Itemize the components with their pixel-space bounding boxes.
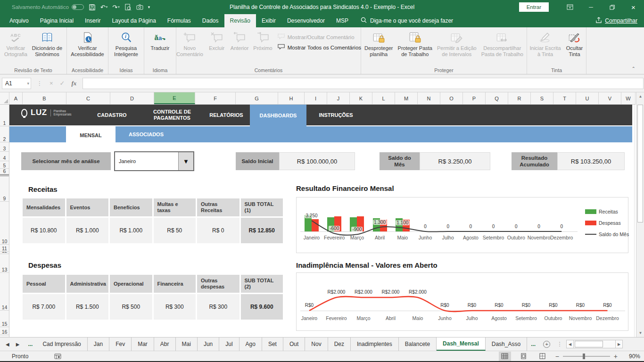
horizontal-scrollbar[interactable]: ◀▶ [566,339,623,349]
row-header-14[interactable]: 14 [0,273,9,311]
column-header-E[interactable]: E [154,92,195,104]
menu-tab-layout-da-página[interactable]: Layout da Página [106,14,161,27]
camera-icon[interactable] [136,4,143,10]
scroll-down-icon[interactable]: ▼ [636,329,644,337]
menu-tab-página-inicial[interactable]: Página Inicial [34,14,79,27]
sheet-tab-nov[interactable]: Nov [305,337,328,351]
share-button[interactable]: Compartilhar [595,17,637,25]
horizontal-scrollbar-thumb[interactable] [575,341,603,347]
customize-quick-access-icon[interactable]: ▾ [148,5,150,9]
hscroll-track[interactable] [574,340,615,348]
row-header-16[interactable]: 16 [0,327,9,335]
cancel-formula-icon[interactable]: × [46,80,57,87]
sheet-tab-dash_mensal[interactable]: Dash_Mensal [437,337,486,351]
sheet-scroll-left-icon[interactable]: ◀ [6,342,9,347]
subnav-tab-associados[interactable]: ASSOCIADOS [120,126,172,142]
row-header-13[interactable]: 13 [0,254,9,273]
collapse-ribbon-icon[interactable]: ⌃ [632,66,636,71]
column-header-I[interactable]: I [305,92,327,104]
tell-me-search[interactable]: Diga-me o que você deseja fazer [361,17,453,25]
proteger-pasta-de-trabalho-button[interactable]: Proteger Pastade Trabalho [396,29,435,59]
pesquisa-inteligente-button[interactable]: iPesquisaInteligente [112,29,140,59]
row-header-3[interactable]: 3 [0,142,9,152]
zoom-out-icon[interactable]: − [555,353,559,360]
save-icon[interactable] [89,4,96,11]
dropdown-arrow-icon[interactable]: ▼ [178,152,193,170]
menu-tab-exibir[interactable]: Exibir [256,14,281,27]
sheet-tab-dez[interactable]: Dez [328,337,351,351]
column-header-F[interactable]: F [195,92,236,104]
select-all-corner[interactable] [0,92,9,104]
column-header-U[interactable]: U [576,92,599,104]
macro-record-icon[interactable] [54,353,61,359]
sheet-scroll-right-icon[interactable]: ▶ [16,342,20,347]
normal-view-icon[interactable] [499,352,511,361]
page-break-view-icon[interactable] [537,352,549,361]
sheet-tab-inadimplentes[interactable]: Inadimplentes [351,337,399,351]
menu-tab-msp[interactable]: MSP [330,14,354,27]
scroll-up-icon[interactable]: ▲ [636,92,644,100]
restore-button[interactable] [602,0,623,14]
traduzir-button[interactable]: ǎa⬎Traduzir [149,29,172,53]
column-header-S[interactable]: S [531,92,553,104]
autosave-toggle[interactable]: Salvamento Automático [12,4,84,10]
column-header-C[interactable]: C [66,92,110,104]
name-box[interactable]: A1 ▾ [2,78,31,89]
column-header-W[interactable]: W [621,92,636,104]
row-header-9[interactable]: 9 [0,176,9,202]
sheet-tab-mar[interactable]: Mar [132,337,154,351]
month-dropdown[interactable]: Janeiro ▼ [114,151,194,171]
vertical-scrollbar-thumb[interactable] [637,105,643,222]
nav-tab-controle-de-pagamentos[interactable]: CONTROLE DE PAGAMENTOS [141,105,203,125]
hscroll-right-icon[interactable]: ▶ [615,340,623,348]
column-header-J[interactable]: J [327,92,350,104]
column-header-A[interactable]: A [9,92,23,104]
zoom-slider[interactable] [563,356,610,357]
close-button[interactable]: × [623,0,644,14]
nav-tab-instruções[interactable]: INSTRUÇÕES [306,105,365,125]
column-header-L[interactable]: L [372,92,395,104]
row-header-6[interactable]: 6 [0,169,9,174]
subnav-tab-mensal[interactable]: MENSAL [66,126,116,144]
insert-function-icon[interactable]: fx [68,80,80,87]
sheet-overflow-leading[interactable]: ... [24,337,36,351]
menu-tab-inserir[interactable]: Inserir [79,14,106,27]
column-header-H[interactable]: H [278,92,305,104]
sheet-tab-dash_asso[interactable]: Dash_Asso [486,337,527,351]
row-header-5[interactable]: 5 [0,161,9,169]
desproteger-planilha-button[interactable]: Desprotegerplanilha [362,29,396,59]
column-header-G[interactable]: G [236,92,278,104]
row-header-4[interactable]: 4 [0,152,9,161]
row-header-2[interactable]: 2 [0,126,9,142]
menu-tab-revisão[interactable]: Revisão [224,14,256,27]
mostrar-todos-os-comentarios-button[interactable]: Mostrar Todos os Comentários [278,44,361,51]
column-header-M[interactable]: M [395,92,418,104]
zoom-in-icon[interactable]: + [614,353,618,360]
column-header-D[interactable]: D [110,92,154,104]
sheet-overflow-trailing[interactable]: ... [527,337,539,351]
sheet-tab-balancete[interactable]: Balancete [399,337,437,351]
undo-icon[interactable]: ↶▾ [100,4,107,11]
formula-input[interactable] [83,78,644,89]
sheet-tab-ago[interactable]: Ago [239,337,262,351]
vertical-scrollbar[interactable]: ▲ ▼ [636,92,644,337]
menu-tab-dados[interactable]: Dados [197,14,224,27]
sheet-tab-jul[interactable]: Jul [219,337,239,351]
nav-tab-dashboards[interactable]: DASHBOARDS [250,105,306,126]
column-header-K[interactable]: K [350,92,372,104]
sheet-tab-mai[interactable]: Mai [176,337,198,351]
print-preview-icon[interactable] [124,4,132,11]
sign-in-button[interactable]: Entrar [519,2,549,12]
sheet-tab-set[interactable]: Set [262,337,283,351]
minimize-button[interactable]: ─ [580,0,602,14]
row-header-15[interactable]: 15 [0,311,9,327]
zoom-slider-thumb[interactable] [583,354,585,359]
sheet-tab-jan[interactable]: Jan [88,337,109,351]
sheet-tab-jun[interactable]: Jun [198,337,219,351]
sheet-tab-fev[interactable]: Fev [109,337,132,351]
nav-tab-relatórios[interactable]: RELATÓRIOS [203,105,250,125]
column-header-Q[interactable]: Q [486,92,508,104]
row-header-11[interactable]: 11 [0,245,9,252]
column-header-P[interactable]: P [463,92,486,104]
menu-tab-arquivo[interactable]: Arquivo [4,14,34,27]
